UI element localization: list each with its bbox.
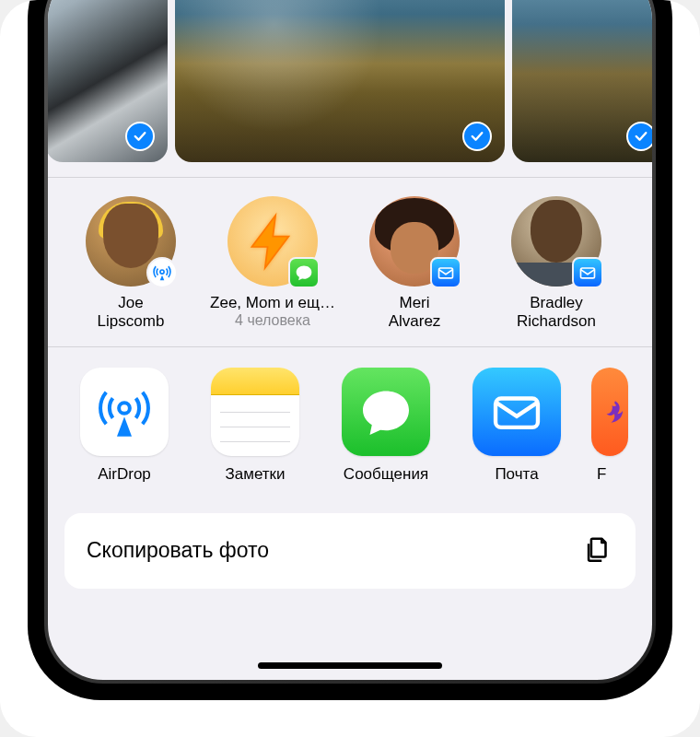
airdrop-icon	[80, 368, 169, 456]
selected-check-icon	[626, 122, 652, 151]
contact-subtitle: 4 человека	[235, 312, 310, 329]
app-notes[interactable]: Заметки	[204, 368, 306, 484]
share-apps-row: AirDrop Заметки	[48, 347, 652, 502]
action-label: Скопировать фото	[87, 538, 269, 563]
share-contact[interactable]: Zee, Mom и ещ… 4 человека	[208, 196, 337, 332]
app-mail[interactable]: Почта	[466, 368, 567, 484]
contact-name: Meri Alvarez	[389, 294, 441, 332]
selected-check-icon	[125, 122, 155, 151]
app-label: Почта	[495, 465, 538, 484]
selected-photos-strip	[48, 0, 652, 177]
home-indicator[interactable]	[258, 662, 442, 669]
app-airdrop[interactable]: AirDrop	[74, 368, 175, 484]
app-partial[interactable]: F	[591, 368, 628, 484]
app-icon	[591, 368, 628, 456]
messages-icon	[288, 257, 320, 288]
contact-name: Joe Lipscomb	[98, 294, 165, 332]
airdrop-icon	[146, 257, 178, 288]
messages-icon	[342, 368, 430, 456]
share-contact[interactable]: Bradley Richardson	[492, 196, 621, 332]
app-label: AirDrop	[98, 465, 151, 484]
photo-thumbnail[interactable]	[175, 0, 505, 162]
share-contact[interactable]: Joe Lipscomb	[66, 196, 195, 332]
copy-icon	[582, 533, 613, 568]
notes-icon	[211, 368, 299, 456]
svg-rect-2	[581, 268, 595, 278]
phone-frame: Joe Lipscomb Zee, Mom и ещ… 4 чел	[28, 0, 672, 700]
contact-name: Bradley Richardson	[517, 294, 596, 332]
mail-icon	[572, 257, 603, 288]
svg-point-0	[160, 270, 164, 274]
svg-point-3	[119, 403, 130, 414]
svg-rect-4	[496, 398, 538, 427]
app-label: Заметки	[225, 465, 285, 484]
svg-rect-1	[439, 268, 453, 278]
mail-icon	[430, 257, 461, 288]
share-contact[interactable]: Meri Alvarez	[350, 196, 479, 332]
app-label: F	[591, 465, 628, 484]
app-label: Сообщения	[344, 465, 428, 484]
app-messages[interactable]: Сообщения	[335, 368, 437, 484]
contact-name: Zee, Mom и ещ…	[210, 294, 335, 312]
share-sheet: Joe Lipscomb Zee, Mom и ещ… 4 чел	[48, 0, 652, 680]
copy-photo-action[interactable]: Скопировать фото	[64, 513, 636, 589]
photo-thumbnail[interactable]	[512, 0, 652, 162]
photo-thumbnail[interactable]	[48, 0, 168, 162]
selected-check-icon	[462, 122, 492, 151]
share-contacts-row: Joe Lipscomb Zee, Mom и ещ… 4 чел	[48, 178, 652, 346]
mail-icon	[472, 368, 561, 456]
